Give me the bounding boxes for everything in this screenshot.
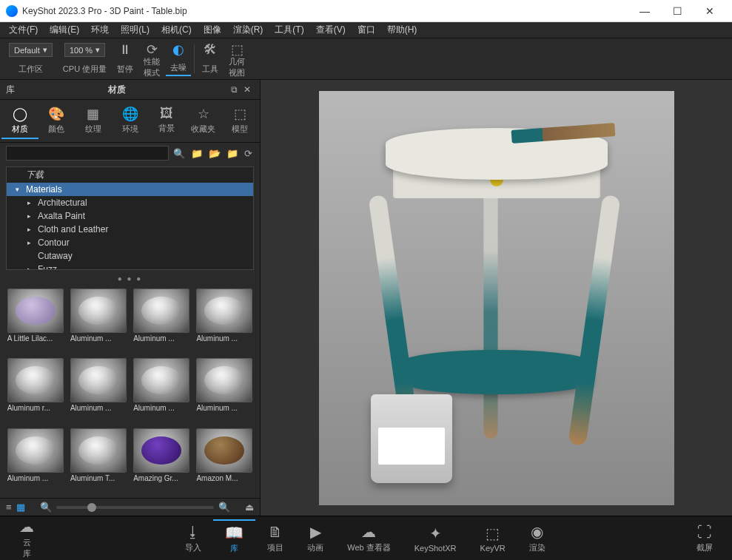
material-thumb[interactable]: Amazon M... [195, 428, 254, 493]
thumb-size-slider[interactable] [56, 506, 214, 509]
close-panel-icon[interactable]: ✕ [241, 83, 254, 96]
zoom-in-icon: 🔍 [218, 502, 230, 513]
library-tab-背景[interactable]: 🖼背景 [148, 103, 185, 139]
tab-icon: ◯ [13, 106, 27, 122]
import-material-icon[interactable]: ⏏ [245, 502, 254, 513]
zoom-dropdown[interactable]: 100 %▾ [64, 43, 105, 57]
search-input[interactable] [6, 146, 169, 161]
library-tab-材质[interactable]: ◯材质 [1, 103, 38, 139]
caret-icon: ▸ [27, 239, 35, 246]
grid-view-icon[interactable]: ▦ [16, 502, 25, 513]
library-tab-纹理[interactable]: ▦纹理 [75, 103, 112, 139]
pause-button[interactable]: ⏸ 暂停 [113, 41, 138, 76]
titlebar: KeyShot 2023.3 Pro - 3D Paint - Table.bi… [0, 0, 732, 22]
folder-add-icon[interactable]: 📂 [207, 148, 222, 159]
tree-item[interactable]: Cutaway [7, 249, 253, 263]
material-thumb[interactable]: Aluminum ... [195, 358, 254, 423]
menu-item[interactable]: 窗口 [352, 22, 381, 38]
import-button[interactable]: ⭳导入 [173, 519, 213, 557]
menu-item[interactable]: 图像 [198, 22, 227, 38]
keyvr-button[interactable]: ⬚KeyVR [469, 519, 517, 557]
screenshot-icon: ⛶ [697, 524, 712, 541]
preset-dropdown[interactable]: Default▾ [9, 43, 53, 57]
window-title: KeyShot 2023.3 Pro - 3D Paint - Table.bi… [22, 6, 628, 16]
thumb-image [7, 428, 64, 473]
tree-item[interactable]: 下载 [7, 167, 253, 183]
workspace-group: Default▾ 工作区 [4, 41, 57, 76]
keyshotxr-button[interactable]: ✦KeyShotXR [403, 519, 469, 557]
material-thumb[interactable]: Amazing Gr... [132, 428, 191, 493]
caret-icon: ▸ [27, 226, 35, 233]
cloud-library-icon: ☁ [19, 518, 34, 536]
menu-item[interactable]: 查看(V) [310, 22, 352, 38]
thumb-image [7, 289, 64, 333]
refresh-icon[interactable]: ⟳ [243, 148, 254, 159]
library-tab-收藏夹[interactable]: ☆收藏夹 [185, 103, 222, 139]
zoom-out-icon: 🔍 [40, 502, 52, 513]
material-thumb[interactable]: Aluminum ... [132, 289, 191, 354]
tree-item[interactable]: ▸Contour [7, 236, 253, 249]
thumb-image [70, 289, 127, 333]
folder-icon[interactable]: 📁 [189, 148, 204, 159]
menu-item[interactable]: 编辑(E) [44, 22, 85, 38]
thumb-label: Aluminum ... [7, 474, 64, 482]
menu-item[interactable]: 帮助(H) [381, 22, 423, 38]
menu-item[interactable]: 渲染(R) [227, 22, 269, 38]
tree-item[interactable]: ▸Cloth and Leather [7, 223, 253, 236]
cloud-library-button[interactable]: ☁云 库 [7, 515, 46, 561]
thumb-label: Aluminum ... [70, 334, 127, 343]
render-image [319, 91, 674, 505]
menu-item[interactable]: 相机(C) [155, 22, 198, 38]
tools-button[interactable]: 🛠 工具 [198, 41, 223, 76]
material-thumb[interactable]: Aluminum ... [132, 358, 191, 423]
render-button[interactable]: ◉渲染 [517, 519, 557, 557]
library-icon: 📖 [225, 524, 244, 542]
geometry-view-button[interactable]: ⬚ 几何 视图 [224, 41, 249, 76]
material-thumb[interactable]: Aluminum ... [69, 289, 127, 354]
denoise-button[interactable]: ◐ 去噪 [166, 41, 191, 76]
web-viewer-button[interactable]: ☁Web 查看器 [335, 519, 402, 557]
thumb-image [133, 289, 189, 333]
tab-icon: 🖼 [160, 106, 173, 121]
material-thumb[interactable]: Aluminum r... [6, 358, 64, 423]
thumb-image [7, 358, 64, 402]
library-tab-环境[interactable]: 🌐环境 [112, 103, 149, 139]
thumb-image [196, 289, 252, 333]
library-tab-颜色[interactable]: 🎨颜色 [38, 103, 75, 139]
library-tab-模型[interactable]: ⬚模型 [221, 103, 258, 139]
material-thumb[interactable]: Aluminum T... [69, 428, 127, 493]
search-icon[interactable]: 🔍 [172, 148, 187, 159]
material-thumb[interactable]: Aluminum ... [69, 358, 127, 423]
menu-item[interactable]: 环境 [85, 22, 115, 38]
perf-mode-button[interactable]: ⟳ 性能 模式 [139, 41, 164, 76]
menu-item[interactable]: 文件(F) [3, 22, 44, 38]
render-viewport[interactable] [261, 80, 732, 516]
tree-item[interactable]: ▸Axalta Paint [7, 209, 253, 223]
tree-item[interactable]: ▾Materials [7, 183, 253, 196]
folder-open-icon[interactable]: 📁 [225, 148, 240, 159]
app-logo-icon [6, 5, 18, 17]
list-view-icon[interactable]: ≡ [6, 502, 12, 513]
undock-icon[interactable]: ⧉ [228, 83, 241, 96]
tree-item[interactable]: ▸Fuzz [7, 263, 253, 270]
menu-item[interactable]: 照明(L) [115, 22, 155, 38]
screenshot-button[interactable]: ⛶截屏 [685, 521, 725, 556]
material-thumb[interactable]: A Little Lilac... [6, 289, 64, 354]
menu-item[interactable]: 工具(T) [269, 22, 309, 38]
tree-item[interactable]: ▸Architectural [7, 196, 253, 209]
maximize-button[interactable]: ☐ [661, 1, 694, 21]
library-button[interactable]: 📖库 [213, 519, 255, 557]
thumb-image [133, 358, 189, 402]
project-button[interactable]: 🗎项目 [255, 519, 295, 557]
material-tree: 下载▾Materials▸Architectural▸Axalta Paint▸… [6, 166, 254, 270]
thumb-label: Aluminum ... [133, 334, 189, 343]
tab-icon: 🌐 [122, 106, 138, 122]
minimize-button[interactable]: — [628, 1, 661, 21]
close-button[interactable]: ✕ [694, 1, 726, 21]
animation-button[interactable]: ▶动画 [295, 519, 335, 557]
thumb-label: Aluminum ... [133, 404, 189, 412]
material-thumb[interactable]: Aluminum ... [6, 428, 64, 493]
thumb-label: Aluminum ... [196, 404, 252, 412]
material-thumb[interactable]: Aluminum ... [195, 289, 254, 354]
splitter-handle[interactable]: ● ● ● [0, 273, 260, 284]
